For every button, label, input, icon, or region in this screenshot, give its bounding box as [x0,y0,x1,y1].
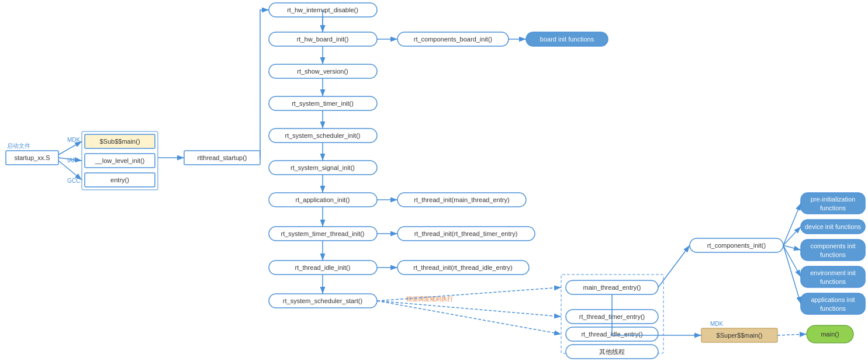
system-signal-init-label: rt_system_signal_init() [291,164,355,171]
startup-file-label: startup_xx.S [14,154,50,161]
thread-idle-init-label: rt_thread_idle_init() [295,264,351,271]
thread-init-main-label: rt_thread_init(main_thread_entry) [414,196,509,203]
pre-init-line1: pre-initialization [811,196,855,203]
board-init-functions-label: board init functions [540,36,594,43]
arrow-rtthread-flow [260,10,269,158]
rtthread-startup-label: rtthread_startup() [198,154,247,161]
environment-init-line2: functions [820,278,846,285]
arrow-scheduler-idle-thread [377,301,561,334]
system-scheduler-start-label: rt_system_scheduler_start() [283,297,362,304]
arrow-comp-app [783,245,801,304]
main-func-label: main() [821,331,839,338]
arrow-startup-sub [58,141,82,155]
mdk-label: MDK [67,137,81,143]
show-version-label: rt_show_version() [297,68,348,75]
system-scheduler-init-label: rt_system_scheduler_init() [285,132,361,139]
system-timer-thread-init-label: rt_system_timer_thread_init() [281,230,364,237]
applications-init-line1: applications init [811,296,855,303]
arrow-super-main [777,334,807,335]
environment-init-line1: environment init [810,269,856,276]
components-init-functions-line1: components init [810,242,855,249]
arrow-comp-env [783,245,801,277]
application-init-label: rt_application_init() [296,196,350,203]
system-timer-init-label: rt_system_timer_init() [292,100,354,107]
schedule-label: 根据调度规则执行 [406,296,453,302]
gcc-label: GCC [67,178,80,184]
super-main-label: $Super$$main() [717,332,763,339]
mdk-label2: MDK [710,321,724,327]
components-init-functions-line2: functions [820,251,846,258]
applications-init-line2: functions [820,305,846,312]
entry-label: entry() [110,176,129,183]
thread-init-timer-label: rt_thread_init(rt_thread_timer_entry) [414,230,518,237]
components-board-init-label: rt_components_board_init() [414,36,493,43]
pre-init-line2: functions [820,204,846,211]
qidong-label: 启动文件 [7,143,30,149]
sub-main-label: $Sub$$main() [99,138,140,145]
arrow-comp-pre [783,203,801,245]
iar-label: IAR [67,157,77,164]
hw-board-init-label: rt_hw_board_init() [297,36,349,43]
main-thread-entry-label: main_thread_entry() [583,284,641,291]
arrow-main-thread-components [658,245,690,287]
low-level-init-label: __low_level_init() [95,157,145,164]
arrow-comp-device [783,227,801,245]
components-init-label: rt_components_init() [707,242,766,249]
arrow-scheduler-main-thread [377,287,561,301]
device-init-label: device init functions [805,223,861,230]
other-threads-label: 其他线程 [599,348,625,355]
thread-init-idle-label: rt_thread_init(rt_thread_idle_entry) [413,264,512,271]
arrow-scheduler-timer-thread [377,301,561,317]
